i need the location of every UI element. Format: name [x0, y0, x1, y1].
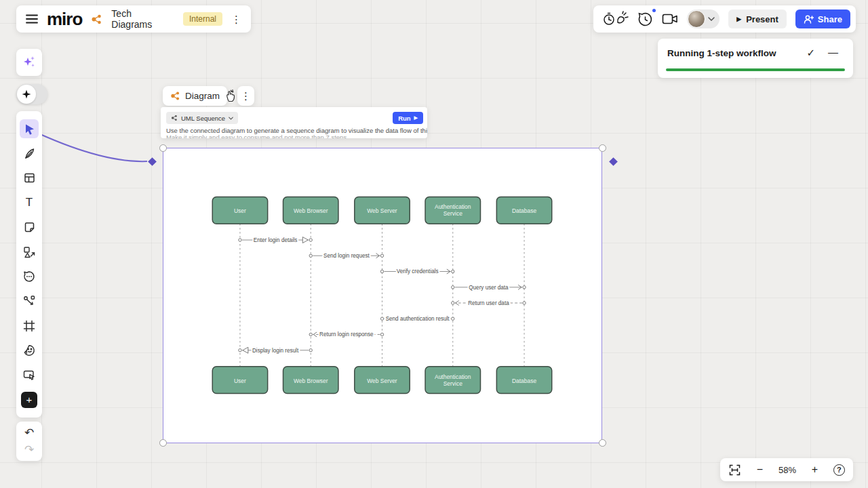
comment-icon	[22, 270, 36, 283]
message-endpoint	[452, 270, 454, 272]
connector-endpoint-diamond[interactable]	[148, 157, 157, 166]
message-endpoint	[452, 302, 454, 304]
chevron-down-icon	[229, 117, 233, 120]
share-button[interactable]: Share	[795, 9, 850, 28]
fit-to-frame-icon[interactable]	[728, 464, 741, 476]
message-label: Return user data	[468, 300, 509, 306]
diagram-type-dropdown[interactable]: UML Sequence	[166, 112, 238, 124]
user-avatar-menu[interactable]	[687, 9, 719, 28]
text-tool[interactable]: T	[20, 193, 39, 212]
kebab-icon: ⋮	[241, 91, 251, 101]
undo-icon[interactable]: ↶	[24, 427, 34, 439]
miro-logo[interactable]: miro	[47, 10, 82, 28]
comment-tool[interactable]	[20, 267, 39, 286]
sticker-smiley-icon	[22, 344, 36, 357]
sticker-tool[interactable]	[20, 341, 39, 360]
frame-handle-top-left[interactable]	[159, 144, 167, 152]
diagram-app-icon	[91, 14, 102, 25]
actor-label: Database	[512, 378, 536, 384]
run-button[interactable]: Run ▶	[393, 112, 423, 124]
tool-palette: T +	[16, 111, 42, 418]
workflow-check-icon[interactable]: ✓	[806, 47, 815, 59]
message-endpoint	[309, 333, 312, 336]
message-arrowhead	[243, 347, 248, 353]
zoom-in-button[interactable]: +	[812, 464, 818, 476]
message-endpoint	[523, 286, 526, 289]
ai-toggle-switch[interactable]	[16, 84, 47, 104]
actor-label: Web Server	[367, 207, 397, 214]
message-endpoint	[239, 239, 241, 241]
connector-endpoint-diamond[interactable]	[609, 157, 618, 166]
diagram-frame[interactable]: UserWeb BrowserWeb ServerAuthenticationS…	[163, 148, 602, 443]
video-chat-icon[interactable]	[662, 13, 678, 25]
actor-label: User	[234, 207, 246, 214]
pen-icon	[23, 147, 36, 160]
miro-board-canvas[interactable]: miro Tech Diagrams Internal ⋮ ▶ Present	[0, 0, 868, 488]
frame-handle-top-right[interactable]	[599, 144, 606, 152]
diagram-options-pill[interactable]: ⋮	[237, 86, 254, 106]
message-endpoint	[380, 317, 383, 320]
diagram-type-icon	[171, 115, 178, 121]
comments-icon[interactable]	[637, 12, 653, 27]
sequence-diagram[interactable]: UserWeb BrowserWeb ServerAuthenticationS…	[163, 148, 601, 442]
message-endpoint	[309, 349, 312, 352]
message-endpoint	[309, 254, 312, 257]
shapes-icon	[22, 245, 36, 259]
frame-handle-bottom-right[interactable]	[599, 439, 606, 447]
message-label: Query user data	[469, 285, 509, 291]
message-label: Send login request	[323, 253, 370, 259]
frame-handle-bottom-left[interactable]	[159, 439, 167, 447]
help-button[interactable]: ?	[833, 464, 845, 476]
share-person-icon	[804, 15, 814, 24]
workflow-minimize-icon[interactable]: —	[828, 46, 838, 58]
ai-assist-button[interactable]	[16, 49, 42, 76]
diagram-context-label: Diagram	[185, 91, 220, 101]
top-left-bar: miro Tech Diagrams Internal ⋮	[16, 5, 251, 33]
zoom-out-button[interactable]: −	[757, 464, 763, 476]
ai-sparkle-icon	[22, 55, 37, 70]
select-tool[interactable]	[20, 119, 39, 138]
pen-tool[interactable]	[20, 144, 39, 163]
actor-label: User	[234, 378, 246, 384]
interactive-display-tool[interactable]	[20, 365, 39, 384]
workflow-progress-bar	[666, 68, 845, 71]
message-endpoint	[380, 333, 383, 336]
sticky-note-tool[interactable]	[20, 218, 39, 237]
connector-icon	[22, 294, 36, 308]
templates-tool[interactable]	[20, 169, 39, 188]
message-endpoint	[239, 349, 241, 352]
message-endpoint	[523, 302, 526, 304]
message-endpoint	[452, 317, 454, 320]
shapes-tool[interactable]	[20, 243, 39, 262]
actor-label: Web Browser	[294, 207, 328, 214]
prompt-text-line2: Make it simply and easy to consume and n…	[166, 134, 347, 138]
message-endpoint	[380, 270, 383, 272]
present-button[interactable]: ▶ Present	[728, 9, 787, 28]
actor-label: Web Browser	[294, 378, 328, 384]
play-icon: ▶	[414, 115, 418, 121]
play-icon: ▶	[736, 16, 741, 22]
add-more-tools[interactable]: +	[20, 390, 39, 409]
ai-toggle-knob	[17, 85, 36, 104]
message-label: Display login result	[252, 348, 299, 354]
frame-tool[interactable]	[20, 317, 39, 336]
actor-label: Web Server	[367, 378, 397, 384]
sticky-note-icon	[23, 221, 36, 234]
diagram-app-icon	[170, 91, 180, 101]
hamburger-menu-icon[interactable]	[26, 14, 38, 24]
ai-prompt-card[interactable]: UML Sequence Run ▶ Use the connected dia…	[161, 107, 427, 138]
redo-icon[interactable]: ↷	[24, 444, 34, 455]
message-label: Return login response	[319, 331, 374, 338]
message-endpoint	[452, 286, 454, 289]
board-access-badge: Internal	[183, 12, 222, 26]
connector-tool[interactable]	[20, 291, 39, 310]
diagram-context-pill[interactable]: Diagram	[163, 86, 227, 106]
reactions-timer-icon[interactable]	[603, 11, 629, 27]
zoom-controls-bar: − 58% + ?	[720, 458, 853, 481]
avatar	[688, 10, 705, 28]
board-options-kebab-icon[interactable]: ⋮	[231, 14, 241, 24]
cursor-arrow-icon	[23, 123, 36, 136]
board-name[interactable]: Tech Diagrams	[111, 8, 174, 30]
zoom-level[interactable]: 58%	[778, 465, 796, 475]
actor-label: Database	[512, 207, 536, 214]
